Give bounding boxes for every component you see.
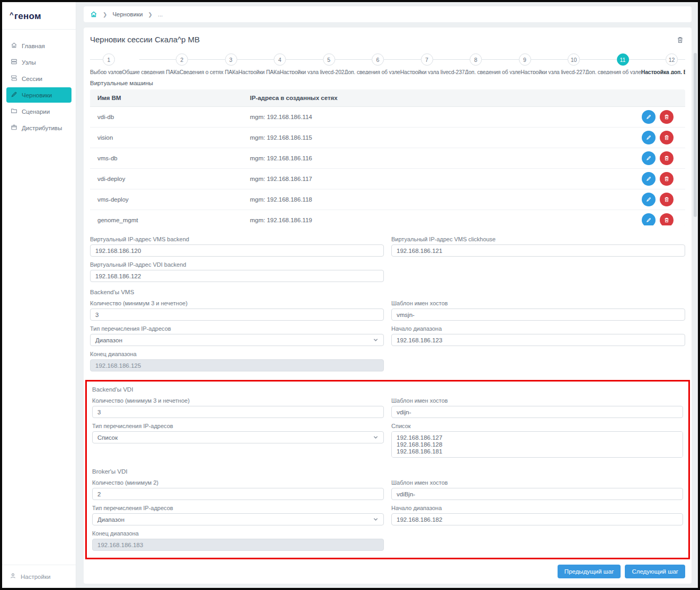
logo-text: геном xyxy=(14,11,41,21)
field-label: Количество (минимум 2) xyxy=(92,479,384,486)
sidebar-item-label: Сценарии xyxy=(22,108,50,115)
vm-ip: mgm: 192.168.186.116 xyxy=(250,155,642,161)
field-label: Начало диапазона xyxy=(391,325,685,332)
delete-draft-button[interactable] xyxy=(675,35,685,45)
edit-vm-button[interactable] xyxy=(642,151,656,165)
vm-name: vms-deploy xyxy=(97,196,250,203)
app-logo: ^геном xyxy=(2,2,76,30)
vm-ip: mgm: 192.168.186.115 xyxy=(250,134,642,141)
breadcrumb-drafts[interactable]: Черновики xyxy=(112,11,142,17)
vm-name: vision xyxy=(97,134,250,141)
trash-icon xyxy=(676,36,684,44)
sidebar-item-home[interactable]: Главная xyxy=(6,38,71,53)
table-row: vms-db mgm: 192.168.186.116 xyxy=(90,148,685,169)
step-2[interactable]: 2 xyxy=(139,53,189,66)
table-row: vms-deploy mgm: 192.168.186.118 xyxy=(90,189,685,210)
section-vdi-backends: Backend'ы VDI xyxy=(92,386,683,393)
step-6[interactable]: 6 xyxy=(335,53,384,66)
delete-vm-button[interactable] xyxy=(660,151,674,165)
vm-name: genome_mgmt xyxy=(97,217,250,223)
edit-vm-button[interactable] xyxy=(642,131,656,144)
edit-vm-button[interactable] xyxy=(642,172,656,186)
step-9[interactable]: 9 xyxy=(482,53,531,66)
trash-icon xyxy=(663,155,670,161)
edit-vm-button[interactable] xyxy=(642,193,656,206)
trash-icon xyxy=(663,114,670,120)
broker-ip-type-select[interactable]: Диапазон xyxy=(92,513,384,525)
section-vms-backends: Backend'ы VMS xyxy=(90,289,685,295)
sidebar-item-scenarios[interactable]: Сценарии xyxy=(6,104,71,119)
field-label: Виртуальный IP-адрес VMS clickhouse xyxy=(391,236,685,242)
edit-vm-button[interactable] xyxy=(642,110,656,124)
field-label: Конец диапазона xyxy=(90,351,384,357)
breadcrumb-home-icon[interactable] xyxy=(90,11,97,18)
field-label: Шаблон имен хостов xyxy=(391,300,685,306)
vms-ip-type-select[interactable]: Диапазон xyxy=(90,334,384,346)
step-12[interactable]: 12 xyxy=(629,53,678,66)
step-4[interactable]: 4 xyxy=(237,53,286,66)
table-row: vdi-db mgm: 192.168.186.114 xyxy=(90,107,685,128)
step-labels: Выбор узловОбщие сведения ПАКаСведения о… xyxy=(90,69,685,74)
step-10[interactable]: 10 xyxy=(531,53,580,66)
vdi-host-template-input[interactable] xyxy=(391,406,683,418)
vms-range-end-input xyxy=(90,359,384,371)
edit-vm-button[interactable] xyxy=(642,213,656,225)
vdi-ip-list-textarea[interactable]: 192.168.186.127 192.168.186.128 192.168.… xyxy=(391,431,683,458)
column-header-ip: IP-адреса в созданных сетях xyxy=(250,95,642,101)
field-label: Количество (минимум 3 и нечетное) xyxy=(92,397,384,404)
vip-vdi-backend-input[interactable] xyxy=(90,270,384,282)
vms-host-template-input[interactable] xyxy=(391,308,685,321)
sidebar-item-label: Узлы xyxy=(22,59,36,66)
next-step-button[interactable]: Следующий шаг xyxy=(625,565,685,578)
home-icon xyxy=(11,42,17,50)
pencil-icon xyxy=(645,217,652,223)
logo-caret: ^ xyxy=(10,11,14,19)
user-icon xyxy=(10,573,16,580)
broker-count-input[interactable] xyxy=(92,488,384,500)
scrollbar-thumb[interactable] xyxy=(694,53,697,217)
highlight-annotation-box: Backend'ы VDI Количество (минимум 3 и не… xyxy=(85,380,690,559)
sessions-icon xyxy=(11,75,17,83)
sidebar-item-drafts[interactable]: Черновики xyxy=(6,87,71,103)
step-5[interactable]: 5 xyxy=(286,53,335,66)
vip-vms-clickhouse-input[interactable] xyxy=(391,244,685,257)
trash-icon xyxy=(663,196,670,203)
field-label: Тип перечисления IP-адресов xyxy=(92,505,384,511)
field-label: Шаблон имен хостов xyxy=(391,479,683,486)
sidebar-item-distributions[interactable]: Дистрибутивы xyxy=(6,120,71,135)
vdi-ip-type-select[interactable]: Список xyxy=(92,431,384,443)
breadcrumb: ❯ Черновики ❯ ... xyxy=(84,6,692,22)
sidebar-item-label: Дистрибутивы xyxy=(22,125,62,131)
sidebar-item-settings[interactable]: Настройки xyxy=(2,565,76,588)
vdi-backend-count-input[interactable] xyxy=(92,406,384,418)
sidebar-item-label: Главная xyxy=(22,43,45,49)
vms-range-start-input[interactable] xyxy=(391,334,685,346)
vip-vms-backend-input[interactable] xyxy=(90,244,384,257)
sidebar-nav: Главная Узлы Сессии Черновики Сценарии Д… xyxy=(2,30,76,565)
step-1[interactable]: 1 xyxy=(90,53,139,66)
field-label: Шаблон имен хостов xyxy=(391,397,683,404)
broker-range-start-input[interactable] xyxy=(391,513,683,525)
step-7[interactable]: 7 xyxy=(384,53,433,66)
delete-vm-button[interactable] xyxy=(660,213,674,225)
delete-vm-button[interactable] xyxy=(660,172,674,186)
delete-vm-button[interactable] xyxy=(660,131,674,144)
vm-ip: mgm: 192.168.186.114 xyxy=(250,114,642,120)
vm-ip: mgm: 192.168.186.118 xyxy=(250,196,642,203)
sidebar-item-nodes[interactable]: Узлы xyxy=(6,55,71,70)
step-8[interactable]: 8 xyxy=(433,53,482,66)
broker-host-template-input[interactable] xyxy=(391,488,683,500)
table-row: genome_mgmt mgm: 192.168.186.119 xyxy=(90,210,685,225)
pencil-icon xyxy=(11,91,17,99)
sidebar-item-sessions[interactable]: Сессии xyxy=(6,71,71,86)
vms-backend-count-input[interactable] xyxy=(90,308,384,321)
step-3[interactable]: 3 xyxy=(188,53,237,66)
previous-step-button[interactable]: Предыдущий шаг xyxy=(558,565,621,578)
broker-range-end-input xyxy=(92,539,384,551)
folder-icon xyxy=(11,107,17,115)
column-header-name: Имя ВМ xyxy=(97,95,250,101)
settings-label: Настройки xyxy=(21,574,50,580)
delete-vm-button[interactable] xyxy=(660,110,674,124)
delete-vm-button[interactable] xyxy=(660,193,674,206)
step-11-active[interactable]: 11 xyxy=(580,53,629,66)
